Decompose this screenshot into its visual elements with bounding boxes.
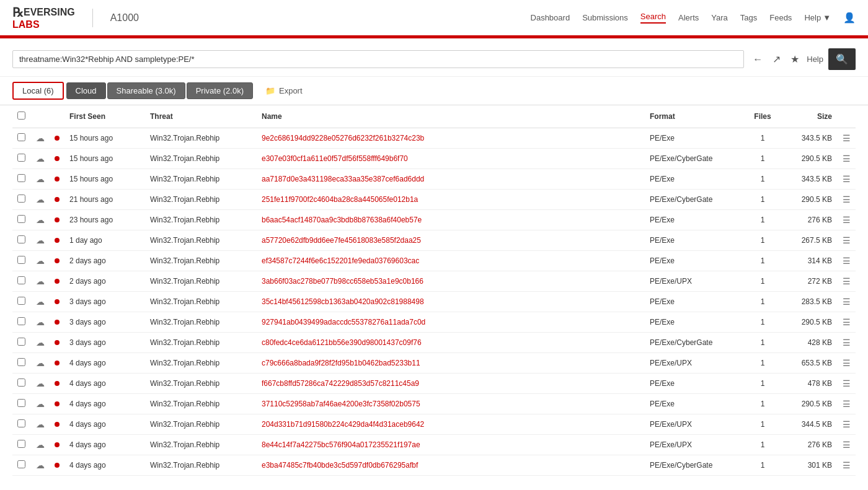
row-name-link[interactable]: 37110c52958ab7af46ae4200e3fc7358f02b0575 xyxy=(262,400,420,408)
row-menu-icon[interactable]: ☰ xyxy=(843,460,851,470)
row-menu-icon[interactable]: ☰ xyxy=(843,154,851,164)
row-name-link[interactable]: a57720e62dfb9dd6ee7fe45618083e585f2daa25 xyxy=(262,236,421,245)
row-checkbox[interactable] xyxy=(17,256,25,264)
star-button[interactable]: ★ xyxy=(788,51,802,68)
nav-feeds[interactable]: Feeds xyxy=(769,13,792,22)
nav-tags[interactable]: Tags xyxy=(740,13,757,22)
row-name-link[interactable]: 9e2c686194dd9228e05276d6232f261b3274c23b xyxy=(262,134,424,142)
nav-help[interactable]: Help ▼ xyxy=(804,13,831,22)
col-actions xyxy=(837,105,856,128)
row-menu-icon[interactable]: ☰ xyxy=(843,235,851,245)
row-size: 290.5 KB xyxy=(781,149,837,169)
row-menu-icon[interactable]: ☰ xyxy=(843,378,851,388)
row-checkbox[interactable] xyxy=(17,317,25,325)
row-name-link[interactable]: f667cb8ffd57286ca742229d853d57c8211c45a9 xyxy=(262,379,419,388)
row-name-link[interactable]: c79c666a8bada9f28f2fd95b1b0462bad5233b11 xyxy=(262,359,420,367)
row-checkbox[interactable] xyxy=(17,460,25,468)
tab-cloud[interactable]: Cloud xyxy=(66,82,106,99)
row-menu-icon[interactable]: ☰ xyxy=(843,297,851,307)
tab-private[interactable]: Private (2.0k) xyxy=(187,82,253,99)
row-status-cell xyxy=(50,333,64,353)
row-checkbox[interactable] xyxy=(17,133,25,141)
row-checkbox[interactable] xyxy=(17,399,25,407)
row-name: e307e03f0cf1a611e0f57df56f558fff649b6f70 xyxy=(257,149,645,169)
row-name-link[interactable]: 3ab66f03ac278be077b98cc658eb53a1e9c0b166 xyxy=(262,277,423,286)
row-checkbox[interactable] xyxy=(17,195,25,203)
row-menu-icon[interactable]: ☰ xyxy=(843,195,851,204)
cloud-icon: ☁ xyxy=(36,297,45,307)
row-checkbox[interactable] xyxy=(17,235,25,243)
logo: ℞ EVERSING LABS xyxy=(12,6,75,30)
cloud-icon: ☁ xyxy=(36,154,45,164)
row-size: 290.5 KB xyxy=(781,312,837,333)
row-cloud-cell: ☁ xyxy=(31,149,50,169)
row-name-link[interactable]: 204d331b71d91580b224c429da4f4d31aceb9642 xyxy=(262,420,424,429)
row-name-link[interactable]: b6aac54acf14870aa9c3bdb8b87638a6f40eb57e xyxy=(262,216,422,224)
row-menu-icon[interactable]: ☰ xyxy=(843,358,851,368)
row-name-link[interactable]: 35c14bf45612598cb1363ab0420a902c81988498 xyxy=(262,297,424,306)
row-menu-icon[interactable]: ☰ xyxy=(843,419,851,429)
row-menu-cell: ☰ xyxy=(837,149,856,169)
help-button[interactable]: Help xyxy=(807,55,823,64)
table-row: ☁ 4 days ago Win32.Trojan.Rebhip 37110c5… xyxy=(12,394,856,414)
row-files: 1 xyxy=(744,333,781,353)
select-all-checkbox[interactable] xyxy=(17,112,25,120)
col-format: Format xyxy=(645,105,744,128)
row-checkbox-cell xyxy=(12,210,31,230)
table-row: ☁ 15 hours ago Win32.Trojan.Rebhip e307e… xyxy=(12,149,856,169)
row-name-link[interactable]: c80fedc4ce6da6121bb56e390d98001437c09f76 xyxy=(262,338,422,347)
row-format: PE/Exe xyxy=(645,374,744,394)
row-menu-icon[interactable]: ☰ xyxy=(843,215,851,225)
row-name-link[interactable]: aa7187d0e3a431198eca33aa35e387cef6ad6ddd xyxy=(262,175,424,183)
user-icon[interactable]: 👤 xyxy=(843,12,856,24)
tab-shareable[interactable]: Shareable (3.0k) xyxy=(107,82,185,99)
row-checkbox[interactable] xyxy=(17,378,25,387)
nav-dashboard[interactable]: Dashboard xyxy=(531,13,570,22)
search-button[interactable]: 🔍 xyxy=(828,48,856,70)
row-checkbox[interactable] xyxy=(17,440,25,448)
row-checkbox[interactable] xyxy=(17,338,25,346)
share-button[interactable]: ↗ xyxy=(770,51,783,68)
row-checkbox[interactable] xyxy=(17,174,25,182)
row-menu-icon[interactable]: ☰ xyxy=(843,338,851,348)
export-button[interactable]: 📁 Export xyxy=(265,86,303,95)
table-row: ☁ 2 days ago Win32.Trojan.Rebhip 3ab66f0… xyxy=(12,271,856,292)
row-menu-icon[interactable]: ☰ xyxy=(843,317,851,327)
row-name-link[interactable]: 251fe11f9700f2c4604ba28c8a445065fe012b1a xyxy=(262,195,418,204)
row-checkbox[interactable] xyxy=(17,276,25,284)
nav-yara[interactable]: Yara xyxy=(711,13,728,22)
nav-submissions[interactable]: Submissions xyxy=(582,13,628,22)
row-checkbox[interactable] xyxy=(17,419,25,427)
row-name-link[interactable]: e307e03f0cf1a611e0f57df56f558fff649b6f70 xyxy=(262,154,408,163)
row-name-link[interactable]: 927941ab0439499adaccdc55378276a11ada7c0d xyxy=(262,318,425,326)
row-name: b6aac54acf14870aa9c3bdb8b87638a6f40eb57e xyxy=(257,210,645,230)
row-menu-icon[interactable]: ☰ xyxy=(843,133,851,143)
row-status-cell xyxy=(50,435,64,455)
nav-search[interactable]: Search xyxy=(640,12,666,24)
row-cloud-cell: ☁ xyxy=(31,169,50,190)
row-checkbox[interactable] xyxy=(17,154,25,162)
row-files: 1 xyxy=(744,312,781,333)
tab-local[interactable]: Local (6) xyxy=(12,82,64,100)
row-name-link[interactable]: 8e44c14f7a42275bc576f904a017235521f197ae xyxy=(262,440,420,449)
row-menu-icon[interactable]: ☰ xyxy=(843,399,851,409)
bookmark-button[interactable]: ← xyxy=(750,51,765,68)
row-menu-icon[interactable]: ☰ xyxy=(843,256,851,266)
row-cloud-cell: ☁ xyxy=(31,271,50,292)
nav-alerts[interactable]: Alerts xyxy=(678,13,699,22)
row-menu-icon[interactable]: ☰ xyxy=(843,174,851,184)
search-input[interactable] xyxy=(19,55,737,64)
row-menu-icon[interactable]: ☰ xyxy=(843,440,851,450)
row-menu-icon[interactable]: ☰ xyxy=(843,276,851,286)
row-name-link[interactable]: ef34587c7244f6e6c152201fe9eda03769603cac xyxy=(262,256,419,265)
row-cloud-cell: ☁ xyxy=(31,230,50,251)
row-files: 1 xyxy=(744,455,781,476)
row-checkbox[interactable] xyxy=(17,358,25,366)
row-checkbox-cell xyxy=(12,128,31,149)
row-checkbox[interactable] xyxy=(17,297,25,305)
row-cloud-cell: ☁ xyxy=(31,292,50,312)
logo-re-icon: ℞ xyxy=(12,6,24,19)
row-name-link[interactable]: e3ba47485c7fb40bde3c5d597df0db676295afbf xyxy=(262,461,418,470)
row-menu-cell: ☰ xyxy=(837,128,856,149)
row-checkbox[interactable] xyxy=(17,215,25,223)
